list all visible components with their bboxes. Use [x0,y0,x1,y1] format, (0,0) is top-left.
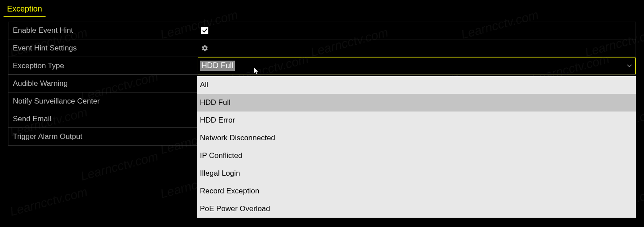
dropdown-option[interactable]: All [197,76,636,94]
label-notify-surveillance: Notify Surveillance Center [8,97,198,106]
dropdown-option[interactable]: Network Disconnected [197,129,636,147]
page-title: Exception [4,0,46,17]
dropdown-option[interactable]: Illegal Login [197,165,636,182]
gear-icon[interactable] [201,45,208,52]
watermark: Learncctv.com [8,185,89,219]
dropdown-option[interactable]: Record Exception [197,182,636,200]
check-icon [202,28,207,33]
checkbox-enable-event-hint[interactable] [201,27,208,34]
label-send-email: Send Email [8,115,198,123]
label-enable-event-hint: Enable Event Hint [8,26,198,35]
label-trigger-alarm: Trigger Alarm Output [8,132,198,141]
row-enable-event-hint: Enable Event Hint [8,22,636,39]
dropdown-option[interactable]: PoE Power Overload [197,200,636,218]
select-exception-type[interactable]: HDD Full [198,58,636,74]
dropdown-exception-type: AllHDD FullHDD ErrorNetwork Disconnected… [197,76,636,218]
label-exception-type: Exception Type [8,62,198,70]
row-event-hint-settings: Event Hint Settings [8,39,636,57]
dropdown-option[interactable]: HDD Full [197,94,636,112]
select-value: HDD Full [200,61,235,71]
dropdown-option[interactable]: IP Conflicted [197,147,636,165]
dropdown-option[interactable]: HDD Error [197,112,636,129]
label-event-hint-settings: Event Hint Settings [8,44,198,53]
watermark: Learncctv.com [79,149,160,183]
label-audible-warning: Audible Warning [8,79,198,88]
row-exception-type: Exception Type HDD Full [8,57,636,75]
chevron-down-icon [627,65,632,67]
